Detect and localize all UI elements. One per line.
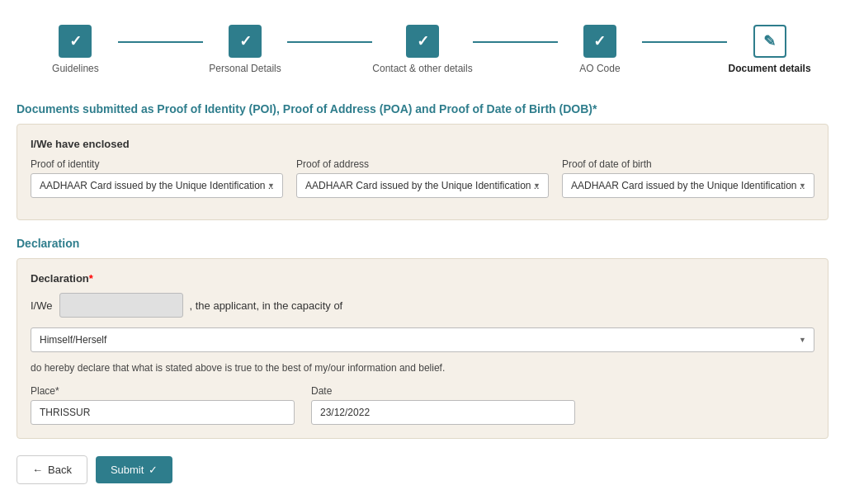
place-label: Place* xyxy=(31,385,295,397)
iwe-label: I/We xyxy=(31,299,53,312)
declaration-section-heading: Declaration xyxy=(17,237,828,250)
capacity-select[interactable]: Himself/Herself xyxy=(31,327,814,352)
step-label-personal: Personal Details xyxy=(209,63,281,74)
proof-identity-select-wrapper: AADHAAR Card issued by the Unique Identi… xyxy=(31,173,283,198)
back-arrow-icon: ← xyxy=(32,464,43,476)
place-date-row: Place* Date xyxy=(31,385,814,425)
step-circle-personal: ✓ xyxy=(229,25,262,58)
proof-address-label: Proof of address xyxy=(296,158,549,170)
proof-address-group: Proof of address AADHAAR Card issued by … xyxy=(296,158,549,198)
declaration-required-star: * xyxy=(89,272,93,285)
declare-text: do hereby declare that what is stated ab… xyxy=(31,362,814,374)
stepper: ✓ Guidelines ✓ Personal Details ✓ Contac… xyxy=(17,16,828,82)
declaration-panel-label: Declaration* xyxy=(31,272,814,285)
footer-buttons: ← Back Submit ✓ xyxy=(17,455,828,484)
step-line-3 xyxy=(473,41,558,43)
step-label-contact: Contact & other details xyxy=(372,63,472,74)
step-line-4 xyxy=(642,41,727,43)
step-label-ao: AO Code xyxy=(579,63,620,74)
step-circle-document: ✎ xyxy=(753,25,786,58)
proof-dob-select[interactable]: AADHAAR Card issued by the Unique Identi… xyxy=(562,173,814,198)
applicant-capacity-text: , the applicant, in the capacity of xyxy=(190,299,343,312)
date-input[interactable] xyxy=(311,400,575,425)
declaration-section: Declaration Declaration* I/We , the appl… xyxy=(17,237,828,439)
date-group: Date xyxy=(311,385,575,425)
step-circle-guidelines: ✓ xyxy=(59,25,92,58)
proof-identity-group: Proof of identity AADHAAR Card issued by… xyxy=(31,158,283,198)
back-button[interactable]: ← Back xyxy=(17,455,87,484)
step-circle-contact: ✓ xyxy=(406,25,439,58)
submit-label: Submit xyxy=(111,464,144,476)
step-label-guidelines: Guidelines xyxy=(52,63,99,74)
place-group: Place* xyxy=(31,385,295,425)
submit-button[interactable]: Submit ✓ xyxy=(96,456,172,483)
proof-identity-label: Proof of identity xyxy=(31,158,283,170)
step-circle-ao: ✓ xyxy=(583,25,616,58)
proof-dob-label: Proof of date of birth xyxy=(562,158,814,170)
place-input[interactable] xyxy=(31,400,295,425)
declaration-inline-row: I/We , the applicant, in the capacity of xyxy=(31,293,814,318)
documents-panel-title: I/We have enclosed xyxy=(31,138,814,150)
step-document-details: ✎ Document details xyxy=(727,25,812,74)
proof-dob-select-wrapper: AADHAAR Card issued by the Unique Identi… xyxy=(562,173,814,198)
applicant-name-input[interactable] xyxy=(59,293,183,318)
step-label-document: Document details xyxy=(729,63,811,74)
back-label: Back xyxy=(48,464,72,476)
documents-panel: I/We have enclosed Proof of identity AAD… xyxy=(17,124,828,220)
step-line-1 xyxy=(118,41,203,43)
submit-check-icon: ✓ xyxy=(149,464,158,476)
proof-dob-group: Proof of date of birth AADHAAR Card issu… xyxy=(562,158,814,198)
step-ao-code: ✓ AO Code xyxy=(558,25,643,74)
documents-form-row: Proof of identity AADHAAR Card issued by… xyxy=(31,158,814,198)
capacity-select-wrapper: Himself/Herself xyxy=(31,327,814,352)
documents-section-heading: Documents submitted as Proof of Identity… xyxy=(17,102,828,115)
step-guidelines: ✓ Guidelines xyxy=(33,25,118,74)
step-line-2 xyxy=(287,41,372,43)
proof-address-select-wrapper: AADHAAR Card issued by the Unique Identi… xyxy=(296,173,549,198)
date-label: Date xyxy=(311,385,575,397)
step-personal-details: ✓ Personal Details xyxy=(203,25,288,74)
proof-address-select[interactable]: AADHAAR Card issued by the Unique Identi… xyxy=(296,173,549,198)
declaration-panel: Declaration* I/We , the applicant, in th… xyxy=(17,258,828,439)
step-contact: ✓ Contact & other details xyxy=(372,25,472,74)
proof-identity-select[interactable]: AADHAAR Card issued by the Unique Identi… xyxy=(31,173,283,198)
